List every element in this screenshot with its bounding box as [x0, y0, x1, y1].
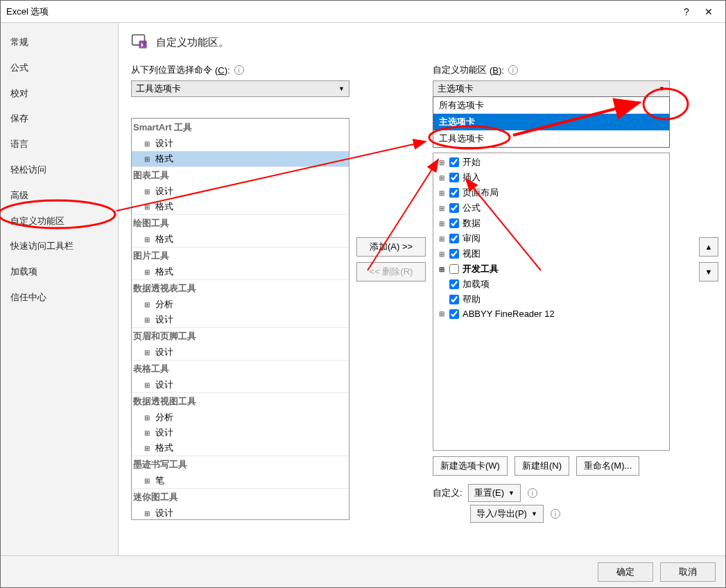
dropdown-option-selected[interactable]: 主选项卡 [433, 114, 669, 130]
list-item[interactable]: ⊞格式 [132, 199, 349, 214]
sidebar-item-addins[interactable]: 加载项 [1, 259, 118, 285]
info-icon[interactable]: i [528, 488, 537, 498]
chevron-down-icon: ▼ [531, 510, 537, 517]
right-label: 自定义功能区(B): i [433, 64, 713, 76]
move-down-button[interactable]: ▼ [699, 262, 718, 282]
tree-item-label: 插入 [463, 171, 481, 184]
move-up-button[interactable]: ▲ [699, 237, 718, 257]
list-item-label: 设计 [155, 379, 173, 391]
expander-icon: ⊞ [439, 159, 446, 166]
list-item[interactable]: ⊞格式 [132, 264, 349, 279]
info-icon[interactable]: i [551, 509, 560, 519]
list-item[interactable]: ⊞格式 [132, 232, 349, 247]
tree-item[interactable]: 加载项 [435, 277, 668, 292]
list-item[interactable]: ⊞设计 [132, 184, 349, 199]
sidebar-item-language[interactable]: 语言 [1, 132, 118, 157]
window-title: Excel 选项 [6, 6, 675, 18]
tree-item[interactable]: ⊞页面布局 [435, 185, 668, 200]
tree-item-label: 审阅 [463, 232, 481, 245]
tree-checkbox[interactable] [449, 264, 459, 274]
main: 自定义功能区。 从下列位置选择命令(C): i 工具选项卡 ▼ SmartArt… [119, 23, 725, 555]
tree-checkbox[interactable] [449, 249, 459, 259]
tree-checkbox[interactable] [449, 234, 459, 243]
list-group-header: 图表工具 [132, 166, 349, 184]
import-export-dropdown[interactable]: 导入/导出(P) ▼ [470, 505, 544, 523]
tree-item[interactable]: ⊞视图 [435, 246, 668, 261]
list-item[interactable]: ⊞笔 [132, 473, 349, 488]
left-label: 从下列位置选择命令(C): i [131, 64, 349, 76]
list-item[interactable]: ⊞设计 [132, 136, 349, 151]
sidebar-item-proofing[interactable]: 校对 [1, 81, 118, 107]
mid-column: 添加(A) >> << 删除(R) [356, 64, 426, 282]
tree-checkbox[interactable] [449, 279, 459, 289]
tree-checkbox[interactable] [449, 218, 459, 228]
ribbon-icon [131, 33, 149, 53]
tree-item-label: 公式 [463, 202, 481, 214]
chevron-down-icon: ▼ [659, 85, 665, 92]
sidebar-item-qat[interactable]: 快速访问工具栏 [1, 234, 118, 259]
window: Excel 选项 ? ✕ 常规 公式 校对 保存 语言 轻松访问 高级 自定义功… [0, 0, 726, 588]
tree-item[interactable]: ⊞插入 [435, 170, 668, 185]
list-group-header: 表格工具 [132, 360, 349, 377]
customize-label: 自定义: [433, 487, 463, 499]
list-item[interactable]: ⊞设计 [132, 425, 349, 440]
right-dropdown[interactable]: 主选项卡 ▼ [433, 80, 670, 97]
tree-checkbox[interactable] [449, 203, 459, 213]
left-dropdown[interactable]: 工具选项卡 ▼ [131, 80, 349, 97]
tree-checkbox[interactable] [449, 309, 459, 319]
list-item[interactable]: ⊞设计 [132, 377, 349, 392]
expander-icon: ⊞ [439, 266, 446, 273]
close-button[interactable]: ✕ [698, 6, 720, 17]
list-item[interactable]: ⊞设计 [132, 345, 349, 360]
sidebar-item-customize-ribbon[interactable]: 自定义功能区 [1, 209, 118, 234]
right-dropdown-value: 主选项卡 [438, 83, 474, 95]
add-button[interactable]: 添加(A) >> [356, 237, 426, 257]
expander-icon: ⊞ [144, 236, 151, 243]
sidebar-item-accessibility[interactable]: 轻松访问 [1, 157, 118, 183]
left-listbox[interactable]: SmartArt 工具⊞设计⊞格式图表工具⊞设计⊞格式绘图工具⊞格式图片工具⊞格… [131, 118, 349, 520]
tree-checkbox[interactable] [449, 157, 459, 167]
list-item-label: 格式 [155, 442, 173, 454]
sidebar-item-advanced[interactable]: 高级 [1, 183, 118, 209]
customize-row: 自定义: 重置(E) ▼ i [433, 484, 713, 502]
sidebar-item-save[interactable]: 保存 [1, 106, 118, 132]
help-button[interactable]: ? [675, 6, 698, 17]
rename-button[interactable]: 重命名(M)... [576, 456, 639, 476]
sidebar-item-formulas[interactable]: 公式 [1, 55, 118, 81]
tree-item[interactable]: ⊞ABBYY FineReader 12 [435, 307, 668, 320]
dropdown-option[interactable]: 所有选项卡 [433, 97, 669, 114]
new-tab-button[interactable]: 新建选项卡(W) [433, 456, 508, 476]
tree-item[interactable]: ⊞公式 [435, 200, 668, 216]
dropdown-option[interactable]: 工具选项卡 [433, 130, 669, 147]
right-tree[interactable]: ⊞开始⊞插入⊞页面布局⊞公式⊞数据⊞审阅⊞视图⊞开发工具加载项帮助⊞ABBYY … [433, 153, 670, 451]
list-item[interactable]: ⊞设计 [132, 505, 349, 520]
right-dropdown-list[interactable]: 所有选项卡 主选项卡 工具选项卡 [433, 96, 670, 148]
tree-checkbox[interactable] [449, 173, 459, 182]
sidebar-item-trust[interactable]: 信任中心 [1, 285, 118, 311]
ok-button[interactable]: 确定 [598, 562, 653, 582]
list-group-header: 墨迹书写工具 [132, 456, 349, 473]
sidebar-item-general[interactable]: 常规 [1, 30, 118, 55]
expander-icon: ⊞ [144, 316, 151, 324]
tree-item-label: 加载项 [463, 278, 490, 291]
tree-item[interactable]: ⊞开发工具 [435, 261, 668, 277]
tree-item[interactable]: 帮助 [435, 292, 668, 307]
tree-checkbox[interactable] [449, 295, 459, 304]
import-export-row: 导入/导出(P) ▼ i [433, 505, 713, 523]
tree-item[interactable]: ⊞数据 [435, 216, 668, 231]
info-icon[interactable]: i [234, 65, 244, 75]
right-column: 自定义功能区(B): i 主选项卡 ▼ 所有选项卡 主选项卡 工具选项卡 [433, 64, 713, 523]
tree-item[interactable]: ⊞开始 [435, 155, 668, 170]
list-item[interactable]: ⊞设计 [132, 312, 349, 327]
tree-checkbox[interactable] [449, 188, 459, 198]
info-icon[interactable]: i [508, 65, 518, 75]
remove-button[interactable]: << 删除(R) [356, 262, 426, 282]
list-item[interactable]: ⊞分析 [132, 297, 349, 312]
reset-dropdown[interactable]: 重置(E) ▼ [468, 484, 521, 502]
tree-item[interactable]: ⊞审阅 [435, 231, 668, 246]
list-item[interactable]: ⊞分析 [132, 410, 349, 425]
list-item[interactable]: ⊞格式 [132, 440, 349, 456]
new-group-button[interactable]: 新建组(N) [515, 456, 569, 476]
cancel-button[interactable]: 取消 [660, 562, 716, 582]
list-item[interactable]: ⊞格式 [132, 151, 349, 166]
